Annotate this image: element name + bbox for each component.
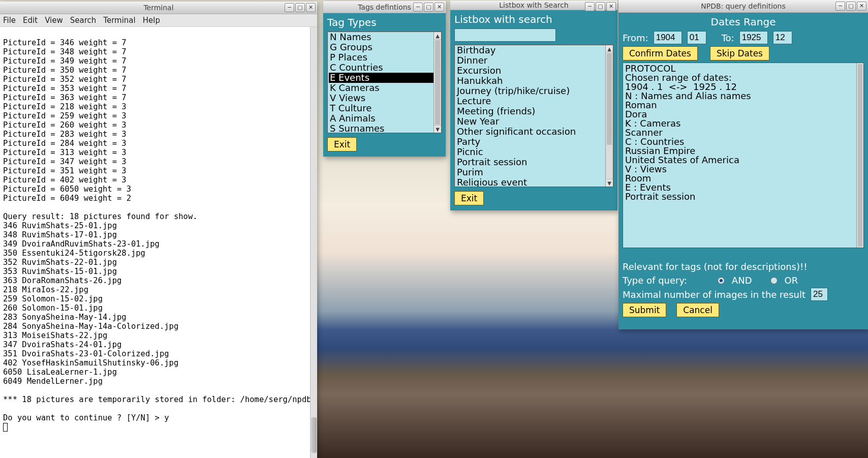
listbox-scrollbar[interactable]: ▲ ▼ [605, 45, 613, 187]
scrollbar-thumb[interactable] [858, 64, 862, 247]
or-radio[interactable] [770, 277, 778, 284]
event-item[interactable]: Meeting (friends) [456, 106, 613, 116]
search-window-controls: − ▢ ✕ [585, 2, 616, 11]
and-label: AND [732, 275, 752, 286]
close-icon[interactable]: ✕ [435, 3, 444, 12]
terminal-title: Terminal [0, 4, 317, 12]
textarea-scrollbar[interactable] [856, 63, 863, 248]
menu-terminal[interactable]: Terminal [103, 16, 135, 25]
search-input[interactable] [454, 28, 556, 42]
search-body: Listbox with search BirthdayDinnerExcurs… [450, 10, 617, 210]
confirm-dates-button[interactable]: Confirm Dates [623, 46, 698, 60]
scroll-down-icon[interactable]: ▼ [434, 125, 441, 133]
query-window-controls: − ▢ ✕ [835, 2, 866, 11]
close-icon[interactable]: ✕ [306, 3, 316, 12]
menu-edit[interactable]: Edit [23, 16, 38, 25]
event-item[interactable]: Other significant occasion [456, 127, 613, 137]
tags-body: Tag Types N NamesG GroupsP PlacesC Count… [323, 13, 446, 157]
menu-file[interactable]: File [3, 16, 16, 25]
terminal-menubar: File Edit View Search Terminal Help [0, 14, 317, 27]
search-titlebar[interactable]: Listbox with Search − ▢ ✕ [450, 1, 617, 10]
scroll-down-icon[interactable]: ▼ [606, 179, 613, 187]
terminal-output: PictureId = 346 weight = 7 PictureId = 3… [3, 38, 317, 422]
tags-header: Tag Types [327, 16, 442, 28]
search-exit-button[interactable]: Exit [454, 191, 484, 205]
relevant-note: Relevant for tags (not for descriptions)… [623, 261, 864, 272]
minimize-icon[interactable]: − [585, 2, 595, 11]
event-item[interactable]: New Year [456, 116, 613, 127]
event-item[interactable]: Party [456, 137, 613, 147]
to-label: To: [722, 33, 734, 43]
tag-type-item[interactable]: N Names [329, 32, 441, 42]
event-item[interactable]: Journey (trip/hike/cruise) [456, 86, 613, 96]
max-images-label: Maximal number of images in the result [623, 289, 805, 300]
tag-type-item[interactable]: E Events [329, 73, 441, 83]
events-listbox[interactable]: BirthdayDinnerExcursionHanukkahJourney (… [454, 45, 613, 187]
or-label: OR [785, 275, 798, 286]
protocol-text[interactable]: PROTOCOL Chosen range of dates: 1904 . 1… [623, 63, 864, 248]
maximize-icon[interactable]: ▢ [596, 2, 605, 11]
tag-type-item[interactable]: C Countries [329, 63, 441, 73]
tag-type-item[interactable]: A Animals [329, 113, 441, 124]
search-header: Listbox with search [454, 13, 613, 25]
terminal-scrollbar[interactable] [310, 27, 317, 458]
tag-type-item[interactable]: V Views [329, 93, 441, 103]
menu-view[interactable]: View [45, 16, 63, 25]
skip-dates-button[interactable]: Skip Dates [710, 46, 769, 60]
tags-window: Tags defintions − ▢ ✕ Tag Types N NamesG… [323, 1, 446, 157]
event-item[interactable]: Hanukkah [456, 76, 613, 86]
close-icon[interactable]: ✕ [857, 2, 866, 11]
query-titlebar[interactable]: NPDB: query definitions − ▢ ✕ [618, 0, 868, 13]
query-title: NPDB: query definitions [618, 2, 868, 10]
cancel-button[interactable]: Cancel [676, 303, 719, 317]
scroll-up-icon[interactable]: ▲ [606, 45, 613, 53]
to-year-input[interactable] [739, 31, 768, 44]
max-images-input[interactable] [811, 288, 828, 301]
minimize-icon[interactable]: − [285, 3, 294, 12]
query-body: Dates Range From: To: Confirm Dates Skip… [618, 13, 868, 329]
minimize-icon[interactable]: − [835, 2, 845, 11]
query-window: NPDB: query definitions − ▢ ✕ Dates Rang… [618, 0, 868, 329]
tag-type-item[interactable]: K Cameras [329, 83, 441, 93]
from-month-input[interactable] [687, 31, 706, 44]
scrollbar-thumb[interactable] [607, 53, 612, 145]
terminal-body[interactable]: PictureId = 346 weight = 7 PictureId = 3… [0, 27, 317, 458]
tag-types-listbox[interactable]: N NamesG GroupsP PlacesC CountriesE Even… [327, 32, 442, 133]
terminal-titlebar[interactable]: Terminal − ▢ ✕ [0, 2, 317, 14]
close-icon[interactable]: ✕ [606, 2, 616, 11]
tag-type-item[interactable]: T Culture [329, 103, 441, 113]
from-year-input[interactable] [654, 31, 682, 44]
to-month-input[interactable] [773, 31, 792, 44]
protocol-content: PROTOCOL Chosen range of dates: 1904 . 1… [625, 63, 751, 202]
event-item[interactable]: Religious event [456, 177, 613, 187]
scroll-up-icon[interactable]: ▲ [434, 32, 441, 40]
scrollbar-thumb[interactable] [435, 40, 440, 125]
tags-window-controls: − ▢ ✕ [413, 3, 444, 12]
maximize-icon[interactable]: ▢ [846, 2, 856, 11]
terminal-window-controls: − ▢ ✕ [285, 3, 316, 12]
event-item[interactable]: Portrait session [456, 157, 613, 167]
menu-help[interactable]: Help [143, 16, 160, 25]
tag-type-item[interactable]: G Groups [329, 42, 441, 52]
submit-button[interactable]: Submit [623, 303, 666, 317]
search-window: Listbox with Search − ▢ ✕ Listbox with s… [450, 1, 617, 210]
menu-search[interactable]: Search [70, 16, 97, 25]
tags-exit-button[interactable]: Exit [327, 137, 357, 151]
event-item[interactable]: Excursion [456, 66, 613, 76]
event-item[interactable]: Birthday [456, 45, 613, 55]
maximize-icon[interactable]: ▢ [295, 3, 305, 12]
scrollbar-thumb[interactable] [311, 417, 317, 453]
event-item[interactable]: Dinner [456, 55, 613, 66]
from-label: From: [623, 33, 648, 43]
event-item[interactable]: Lecture [456, 96, 613, 106]
type-of-query-label: Type of query: [623, 275, 687, 286]
tags-titlebar[interactable]: Tags defintions − ▢ ✕ [323, 1, 446, 13]
minimize-icon[interactable]: − [413, 3, 423, 12]
tag-type-item[interactable]: P Places [329, 52, 441, 63]
and-radio[interactable] [718, 277, 725, 284]
event-item[interactable]: Picnic [456, 147, 613, 157]
tag-type-item[interactable]: S Surnames [329, 124, 441, 133]
event-item[interactable]: Purim [456, 167, 613, 177]
maximize-icon[interactable]: ▢ [424, 3, 433, 12]
listbox-scrollbar[interactable]: ▲ ▼ [433, 32, 441, 133]
